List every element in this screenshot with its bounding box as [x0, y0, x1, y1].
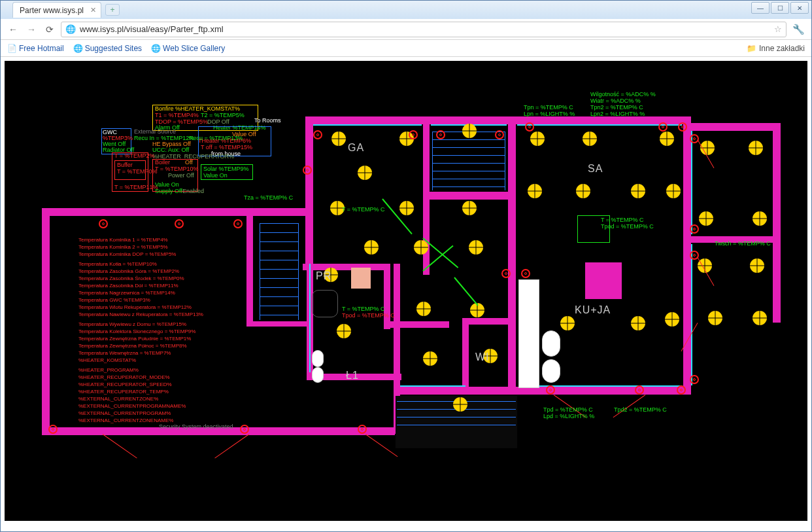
- bookmark-free-hotmail[interactable]: 📄Free Hotmail: [7, 44, 64, 53]
- list-item: Temperatura Kominika DOP = %TEMP5%: [78, 251, 203, 258]
- reload-button[interactable]: ⟳: [42, 22, 57, 37]
- sensor-icon: [495, 130, 504, 139]
- wall: [42, 208, 313, 216]
- sensor-icon: [635, 385, 644, 395]
- maximize-button[interactable]: ☐: [771, 2, 789, 14]
- tpodsa: Tpod = %TEMP% C: [601, 223, 654, 230]
- list-item: Temperatura Zasobnika Góra = %TEMP2%: [78, 268, 203, 275]
- light-icon[interactable]: [660, 132, 674, 146]
- light-icon[interactable]: [358, 166, 372, 180]
- light-icon[interactable]: [560, 316, 575, 330]
- sensor-icon: [436, 130, 445, 139]
- titlebar: Parter www.isys.pl ✕ + — ☐ ✕: [1, 1, 811, 19]
- door-swing: [365, 434, 398, 457]
- light-icon[interactable]: [364, 240, 379, 255]
- tga: T = %TEMP% C: [342, 206, 385, 213]
- navbar: ← → ⟳ 🌐 www.isys.pl/visual/easy/Parter_f…: [1, 19, 811, 40]
- close-window-button[interactable]: ✕: [790, 2, 809, 14]
- light-icon[interactable]: [331, 132, 346, 146]
- light-icon[interactable]: [665, 312, 679, 327]
- list-item: Temperatura Kolektora Słonecznego = %TEM…: [78, 328, 203, 335]
- security-status: Security System deactivated: [159, 423, 233, 430]
- new-tab-button[interactable]: +: [105, 4, 120, 16]
- wall: [246, 321, 307, 327]
- wall: [683, 123, 778, 131]
- back-button[interactable]: ←: [6, 22, 20, 37]
- light-icon[interactable]: [576, 184, 590, 198]
- sink: [542, 359, 560, 383]
- light-icon[interactable]: [750, 258, 764, 273]
- t2: T = %TEMP2%: [114, 152, 155, 159]
- list-item: Temperatura Kominika 1 = %TEMP4%: [78, 236, 203, 243]
- light-icon[interactable]: [414, 240, 428, 255]
- light-icon[interactable]: [423, 351, 437, 366]
- light-icon[interactable]: [462, 201, 477, 215]
- light-icon[interactable]: [631, 316, 645, 330]
- url-input[interactable]: 🌐 www.isys.pl/visual/easy/Parter_ftp.xml…: [61, 22, 787, 37]
- door-swing: [103, 434, 137, 459]
- heater-box[interactable]: [198, 126, 271, 156]
- boiler-t: T = %TEMP10%: [155, 166, 199, 172]
- wall: [508, 123, 516, 390]
- browser-tab[interactable]: Parter www.isys.pl ✕: [12, 2, 101, 18]
- wall: [303, 264, 388, 270]
- boiler: Boiler: [155, 159, 170, 166]
- rail: [691, 131, 692, 234]
- sensor-icon: [525, 122, 534, 132]
- light-icon[interactable]: [528, 184, 542, 198]
- minimize-button[interactable]: —: [751, 2, 770, 14]
- light-icon[interactable]: [583, 132, 597, 146]
- light-icon[interactable]: [666, 184, 681, 198]
- sensor-icon: [358, 425, 367, 434]
- sensor-icon: [409, 130, 418, 139]
- step: [397, 425, 516, 425]
- torooms: To Rooms: [254, 117, 281, 124]
- ext-src: External Source: [134, 128, 176, 135]
- boiler-off: Off: [185, 159, 193, 166]
- sensor-icon: [175, 219, 184, 228]
- star-icon[interactable]: ☆: [774, 24, 782, 34]
- close-tab-icon[interactable]: ✕: [89, 6, 97, 14]
- other-bookmarks-folder[interactable]: 📁 Inne zakładki: [747, 44, 805, 53]
- forward-button[interactable]: →: [24, 22, 39, 37]
- sensor-icon: [99, 219, 108, 228]
- light-icon[interactable]: [416, 302, 431, 316]
- sensor-icon: [677, 385, 686, 395]
- list-item: Temperatura Zewnętrzna Południe = %TEMP1…: [78, 335, 203, 342]
- lpn2: Lpn2 = %LIGHT% %: [590, 111, 645, 117]
- light-icon[interactable]: [469, 240, 483, 255]
- tab-title: Parter www.isys.pl: [20, 6, 84, 15]
- wall: [394, 387, 524, 395]
- light-icon[interactable]: [753, 311, 767, 325]
- list-item: %HEATER_KOMSTAT%: [78, 357, 203, 364]
- recu-out: Recu = %TEMP13%: [189, 135, 243, 141]
- list-item: Temperatura Zewnętrzna Północ = %TEMP8%: [78, 342, 203, 349]
- bookmark-web-slice[interactable]: 🌐Web Slice Gallery: [151, 44, 225, 53]
- lpn: Lpn = %LIGHT% %: [524, 111, 575, 117]
- light-icon[interactable]: [337, 324, 351, 338]
- solar: Solar %TEMP9%: [203, 166, 249, 172]
- twsch: Twsch = %TEMP% C: [715, 240, 771, 247]
- sink: [542, 330, 560, 357]
- light-icon[interactable]: [399, 201, 414, 215]
- light-icon[interactable]: [749, 141, 763, 155]
- light-icon[interactable]: [530, 132, 545, 146]
- sensor-icon: [313, 130, 322, 139]
- light-icon[interactable]: [699, 211, 713, 226]
- light-icon[interactable]: [453, 397, 467, 412]
- settings-wrench-icon[interactable]: 🔧: [790, 22, 806, 37]
- globe-icon: 🌐: [65, 24, 76, 34]
- light-icon[interactable]: [753, 211, 767, 226]
- light-icon[interactable]: [631, 184, 645, 198]
- light-icon[interactable]: [708, 311, 722, 325]
- sensor-icon: [521, 269, 530, 278]
- ie-icon: 🌐: [73, 44, 82, 53]
- light-icon[interactable]: [462, 124, 477, 138]
- sensor-icon: [678, 122, 687, 132]
- wall: [305, 116, 313, 267]
- bonfire-title: Bonfire %HEATER_KOMSTAT%: [155, 105, 240, 112]
- sensor-icon: [240, 425, 249, 434]
- bookmark-suggested-sites[interactable]: 🌐Suggested Sites: [73, 44, 142, 53]
- room-wi: WI: [475, 351, 490, 363]
- list-item: %HEATER_RECUPERATOR_TEMP%: [78, 388, 203, 395]
